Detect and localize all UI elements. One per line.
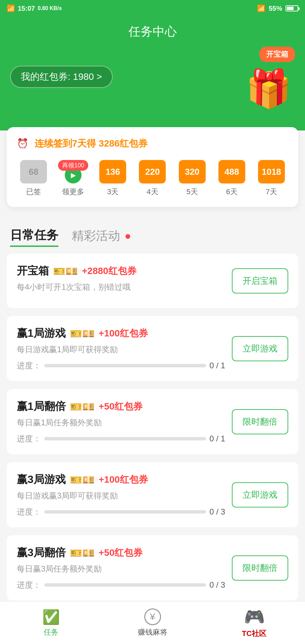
- task-desc-2: 每日游戏赢1局即可获得奖励: [17, 344, 225, 355]
- tabs-area: 日常任务 精彩活动: [0, 217, 305, 254]
- red-packet-label: 我的红包券:: [21, 71, 70, 82]
- checkin-card: ⏰ 连续签到7天得 3286红包券 68 已签 再领100 ▶ 领更多: [7, 127, 298, 207]
- nav-mahjong-icon: ¥: [144, 608, 161, 625]
- task-title-row-2: 赢1局游戏 🎫💴 +100红包券: [17, 326, 225, 341]
- task-desc-5: 每日赢3局任务额外奖励: [17, 564, 225, 574]
- task-title-row-4: 赢3局游戏 🎫💴 +100红包券: [17, 472, 225, 487]
- activity-dot: [125, 234, 130, 239]
- task-item-win1-double: 赢1局翻倍 🎫💴 +50红包券 每日赢1局任务额外奖励 进度： 0 / 1: [7, 389, 298, 454]
- checkin-title: ⏰ 连续签到7天得 3286红包券: [17, 137, 288, 150]
- task-title-3: 赢1局翻倍: [17, 399, 66, 414]
- progress-row-4: 进度： 0 / 3: [17, 506, 225, 517]
- open-box-header-btn[interactable]: 开宝箱: [259, 47, 295, 62]
- tab-daily-tasks[interactable]: 日常任务: [10, 227, 58, 247]
- checkin-day-6: 488 6天: [215, 160, 249, 197]
- task-item-win1: 赢1局游戏 🎫💴 +100红包券 每日游戏赢1局即可获得奖励 进度： 0 / 1: [7, 316, 298, 381]
- checkin-day-2[interactable]: 再领100 ▶ 领更多: [56, 167, 90, 197]
- battery-icon: [286, 5, 298, 11]
- reward-icon-1: 🎫💴: [53, 265, 78, 277]
- status-left: 📶 15:07 0.80 KB/s: [7, 4, 62, 12]
- day-box-5: 320: [179, 160, 206, 183]
- nav-tasks-label: 任务: [44, 627, 58, 637]
- open-box-task-btn[interactable]: 开启宝箱: [232, 268, 288, 293]
- day-label-1: 已签: [26, 187, 41, 197]
- task-list: 开宝箱 🎫💴 +2880红包券 每4小时可开1次宝箱，别错过哦 开启宝箱 赢1局…: [0, 254, 305, 600]
- task-reward-2: +100红包券: [99, 327, 148, 340]
- checkin-badge: 再领100: [58, 160, 88, 171]
- progress-label-2: 进度：: [17, 360, 41, 371]
- nav-community-icon: 🎮: [244, 607, 265, 627]
- task-title-row-3: 赢1局翻倍 🎫💴 +50红包券: [17, 399, 225, 414]
- day-box-6: 488: [218, 160, 245, 183]
- task-title-row-1: 开宝箱 🎫💴 +2880红包券: [17, 264, 225, 278]
- progress-label-3: 进度：: [17, 433, 41, 444]
- task-desc-4: 每日游戏赢3局即可获得奖励: [17, 490, 225, 501]
- red-packet-suffix: >: [97, 71, 102, 82]
- progress-bar-2: [44, 364, 206, 367]
- day-box-3: 136: [99, 160, 126, 183]
- task-left-1: 开宝箱 🎫💴 +2880红包券 每4小时可开1次宝箱，别错过哦: [17, 264, 225, 298]
- nav-item-community[interactable]: 🎮 TC社区: [203, 607, 305, 639]
- progress-label-4: 进度：: [17, 506, 41, 517]
- time-display: 15:07: [18, 5, 35, 12]
- checkin-prefix: 连续签到7天得: [35, 138, 96, 149]
- win3-game-btn[interactable]: 立即游戏: [232, 482, 288, 507]
- tab-activities[interactable]: 精彩活动: [72, 228, 130, 246]
- win1-game-btn[interactable]: 立即游戏: [232, 336, 288, 361]
- task-item-open-box: 开宝箱 🎫💴 +2880红包券 每4小时可开1次宝箱，别错过哦 开启宝箱: [7, 254, 298, 308]
- task-left-4: 赢3局游戏 🎫💴 +100红包券 每日游戏赢3局即可获得奖励 进度： 0 / 3: [17, 472, 225, 517]
- nav-community-label: TC社区: [242, 629, 266, 639]
- task-desc-3: 每日赢1局任务额外奖励: [17, 417, 225, 428]
- checkin-day-7: 1018 7天: [255, 160, 288, 197]
- bottom-nav: ✅ 任务 ¥ 赚钱麻将 🎮 TC社区: [0, 601, 305, 644]
- task-title-4: 赢3局游戏: [17, 472, 66, 487]
- task-left-3: 赢1局翻倍 🎫💴 +50红包券 每日赢1局任务额外奖励 进度： 0 / 1: [17, 399, 225, 444]
- task-title-row-5: 赢3局翻倍 🎫💴 +50红包券: [17, 545, 225, 560]
- task-reward-1: +2880红包券: [82, 265, 137, 277]
- checkin-day-1: 68 已签: [17, 160, 50, 197]
- day-box-4: 220: [139, 160, 166, 183]
- task-reward-5: +50红包券: [99, 546, 143, 559]
- red-packet-button[interactable]: 我的红包券: 1980 >: [10, 66, 113, 88]
- win1-double-btn[interactable]: 限时翻倍: [232, 409, 288, 434]
- task-left-5: 赢3局翻倍 🎫💴 +50红包券 每日赢3局任务额外奖励 进度： 0 / 3: [17, 545, 225, 590]
- task-title-1: 开宝箱: [17, 264, 49, 278]
- task-reward-4: +100红包券: [99, 473, 148, 486]
- progress-label-5: 进度：: [17, 580, 41, 590]
- reward-icon-2: 🎫💴: [70, 328, 95, 339]
- header: 任务中心 我的红包券: 1980 > 开宝箱 🎁: [0, 17, 305, 130]
- nav-item-tasks[interactable]: ✅ 任务: [0, 609, 102, 637]
- win3-double-btn[interactable]: 限时翻倍: [232, 555, 288, 581]
- progress-count-5: 0 / 3: [209, 580, 225, 590]
- progress-bar-5: [44, 583, 206, 587]
- red-packet-count: 1980: [73, 71, 94, 82]
- progress-count-4: 0 / 3: [209, 507, 225, 517]
- task-left-2: 赢1局游戏 🎫💴 +100红包券 每日游戏赢1局即可获得奖励 进度： 0 / 1: [17, 326, 225, 371]
- reward-icon-3: 🎫💴: [70, 401, 95, 413]
- day-label-5: 5天: [187, 187, 198, 197]
- day-box-1: 68: [20, 160, 47, 183]
- nav-item-mahjong[interactable]: ¥ 赚钱麻将: [102, 608, 203, 637]
- task-title-2: 赢1局游戏: [17, 326, 66, 341]
- nav-tasks-icon: ✅: [42, 609, 60, 625]
- task-title-5: 赢3局翻倍: [17, 545, 66, 560]
- day-label-3: 3天: [107, 187, 118, 197]
- red-packet-area: 我的红包券: 1980 > 开宝箱 🎁: [0, 47, 305, 120]
- progress-row-2: 进度： 0 / 1: [17, 360, 225, 371]
- day-label-6: 6天: [226, 187, 238, 197]
- checkin-reward: 3286红包券: [99, 138, 148, 149]
- day-label-4: 4天: [147, 187, 158, 197]
- battery-percent: 55%: [269, 5, 282, 12]
- speed-display: 0.80 KB/s: [38, 5, 62, 11]
- day-box-7: 1018: [258, 160, 285, 183]
- checkin-day-3: 136 3天: [96, 160, 130, 197]
- checkin-day-4: 220 4天: [136, 160, 169, 197]
- day-label-7: 7天: [266, 187, 277, 197]
- reward-icon-5: 🎫💴: [70, 547, 95, 559]
- progress-row-3: 进度： 0 / 1: [17, 433, 225, 444]
- wifi-icon: 📶: [257, 4, 265, 12]
- progress-bar-4: [44, 510, 206, 514]
- checkin-days: 68 已签 再领100 ▶ 领更多 136 3天: [17, 160, 288, 197]
- checkin-day-5: 320 5天: [175, 160, 209, 197]
- nav-mahjong-label: 赚钱麻将: [138, 627, 167, 637]
